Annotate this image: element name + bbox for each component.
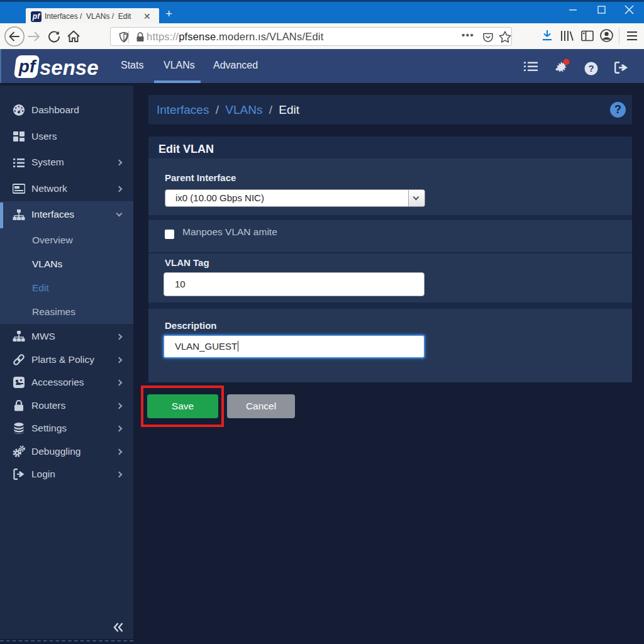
svg-text:?: ? xyxy=(588,63,594,74)
